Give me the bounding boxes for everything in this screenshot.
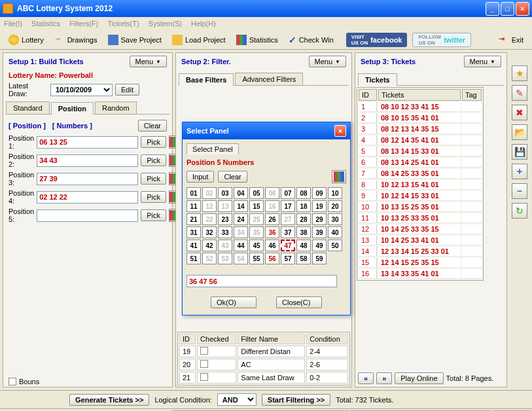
panel1-menu-button[interactable]: Menu▼ xyxy=(130,56,167,67)
number-35[interactable]: 35 xyxy=(249,226,264,238)
number-2[interactable]: 02 xyxy=(202,187,217,199)
table-row[interactable]: 708 14 25 33 35 01 xyxy=(359,169,482,179)
toolbar-save[interactable]: Save Project xyxy=(103,33,166,47)
table-row[interactable]: 1010 13 15 25 35 01 xyxy=(359,202,482,212)
next-page-button[interactable]: » xyxy=(376,372,392,384)
toolbar-exit[interactable]: ⇥Exit xyxy=(494,33,528,47)
number-15[interactable]: 15 xyxy=(249,200,264,212)
number-24[interactable]: 24 xyxy=(234,213,248,225)
position-5-input[interactable] xyxy=(37,209,138,222)
number-9[interactable]: 09 xyxy=(312,187,327,199)
number-27[interactable]: 27 xyxy=(281,213,295,225)
table-row[interactable]: 910 12 14 15 33 01 xyxy=(359,191,482,201)
number-42[interactable]: 42 xyxy=(202,240,217,251)
table-row[interactable]: 1310 14 25 33 41 01 xyxy=(359,236,482,245)
toolbar-stats[interactable]: Statistics xyxy=(232,33,283,47)
clear-button[interactable]: Clear xyxy=(138,120,167,132)
dialog-close-button[interactable]: × xyxy=(334,125,346,137)
table-row[interactable]: 1613 14 33 35 41 01 xyxy=(359,269,482,279)
number-47[interactable]: 47 xyxy=(281,240,295,251)
position-1-pick[interactable]: Pick xyxy=(141,136,166,148)
number-1[interactable]: 01 xyxy=(186,187,201,199)
tab-random[interactable]: Random xyxy=(95,101,137,114)
number-13[interactable]: 13 xyxy=(218,200,232,212)
table-row[interactable]: 608 13 14 25 41 01 xyxy=(359,158,482,168)
number-38[interactable]: 38 xyxy=(296,226,311,238)
number-5[interactable]: 05 xyxy=(249,187,264,199)
side-edit-button[interactable]: ✎ xyxy=(512,85,527,101)
number-21[interactable]: 21 xyxy=(186,213,201,225)
number-43[interactable]: 43 xyxy=(218,240,232,251)
table-row[interactable]: 108 10 12 33 41 15 xyxy=(359,102,482,112)
number-7[interactable]: 07 xyxy=(281,187,295,199)
prev-page-button[interactable]: « xyxy=(358,372,374,384)
number-55[interactable]: 55 xyxy=(249,253,264,264)
number-44[interactable]: 44 xyxy=(234,240,248,251)
number-30[interactable]: 30 xyxy=(328,213,342,225)
bouns-checkbox[interactable] xyxy=(9,378,16,385)
latest-draw-select[interactable]: 10/10/2009 xyxy=(50,84,113,96)
number-56[interactable]: 56 xyxy=(265,253,279,264)
number-20[interactable]: 20 xyxy=(328,200,342,212)
number-26[interactable]: 26 xyxy=(265,213,279,225)
toolbar-checkwin[interactable]: ✓Check Win xyxy=(284,33,338,47)
number-59[interactable]: 59 xyxy=(312,253,327,264)
number-34[interactable]: 34 xyxy=(234,226,248,238)
number-17[interactable]: 17 xyxy=(281,200,295,212)
side-add-button[interactable]: ＋ xyxy=(512,164,527,179)
position-3-input[interactable] xyxy=(37,173,138,185)
tab-standard[interactable]: Standard xyxy=(6,101,50,114)
number-16[interactable]: 16 xyxy=(265,200,279,212)
position-1-input[interactable] xyxy=(37,136,138,149)
table-row[interactable]: 408 12 14 35 41 01 xyxy=(359,135,482,145)
number-49[interactable]: 49 xyxy=(312,240,327,251)
selected-numbers-input[interactable] xyxy=(186,275,337,287)
number-50[interactable]: 50 xyxy=(328,240,342,251)
menu-file[interactable]: File(I) xyxy=(4,20,22,27)
position-5-pick[interactable]: Pick xyxy=(141,209,166,221)
table-row[interactable]: 810 12 13 15 41 01 xyxy=(359,180,482,190)
menu-system[interactable]: System(S) xyxy=(149,20,182,27)
number-23[interactable]: 23 xyxy=(218,213,232,225)
dialog-tab[interactable]: Select Panel xyxy=(186,143,239,154)
number-8[interactable]: 08 xyxy=(296,187,311,199)
menu-tickets[interactable]: Tickets(T) xyxy=(107,20,139,27)
minimize-button[interactable]: _ xyxy=(486,2,499,16)
side-save-button[interactable]: 💾 xyxy=(512,144,527,160)
number-11[interactable]: 11 xyxy=(186,200,201,212)
number-33[interactable]: 33 xyxy=(218,226,232,238)
number-51[interactable]: 51 xyxy=(186,253,201,264)
position-4-input[interactable] xyxy=(37,191,138,204)
number-36[interactable]: 36 xyxy=(265,226,279,238)
number-41[interactable]: 41 xyxy=(186,240,201,251)
toolbar-load[interactable]: Load Project xyxy=(168,33,230,47)
number-53[interactable]: 53 xyxy=(218,253,232,264)
side-star-button[interactable]: ★ xyxy=(512,65,527,81)
close-button[interactable]: × xyxy=(516,2,529,16)
toolbar-drawings[interactable]: →Drawings xyxy=(50,33,102,47)
number-46[interactable]: 46 xyxy=(265,240,279,251)
number-22[interactable]: 22 xyxy=(202,213,217,225)
position-2-pick[interactable]: Pick xyxy=(141,154,166,166)
dialog-chart-button[interactable] xyxy=(332,170,346,183)
tab-position[interactable]: Position xyxy=(51,102,94,115)
dialog-ok-button[interactable]: Ok(O) xyxy=(211,296,257,308)
number-29[interactable]: 29 xyxy=(312,213,327,225)
number-48[interactable]: 48 xyxy=(296,240,311,251)
start-filtering-button[interactable]: Start Filtering >> xyxy=(262,394,330,406)
number-37[interactable]: 37 xyxy=(281,226,295,238)
number-52[interactable]: 52 xyxy=(202,253,217,264)
logical-condition-select[interactable]: AND xyxy=(217,393,257,406)
table-row[interactable]: 1210 14 25 33 35 15 xyxy=(359,224,482,234)
table-row[interactable]: 308 12 13 14 35 15 xyxy=(359,124,482,134)
twitter-button[interactable]: FOLLOWUS ONtwitter xyxy=(412,33,471,47)
maximize-button[interactable]: □ xyxy=(501,2,514,16)
edit-button[interactable]: Edit xyxy=(115,84,139,96)
table-row[interactable]: 1110 13 25 33 35 01 xyxy=(359,213,482,223)
number-6[interactable]: 06 xyxy=(265,187,279,199)
tab-base-filters[interactable]: Base Filters xyxy=(179,73,234,86)
table-row[interactable]: 208 10 15 35 41 01 xyxy=(359,113,482,123)
number-4[interactable]: 04 xyxy=(234,187,248,199)
table-row[interactable]: 1512 14 15 25 35 15 xyxy=(359,258,482,268)
dialog-input-button[interactable]: Input xyxy=(186,171,214,183)
